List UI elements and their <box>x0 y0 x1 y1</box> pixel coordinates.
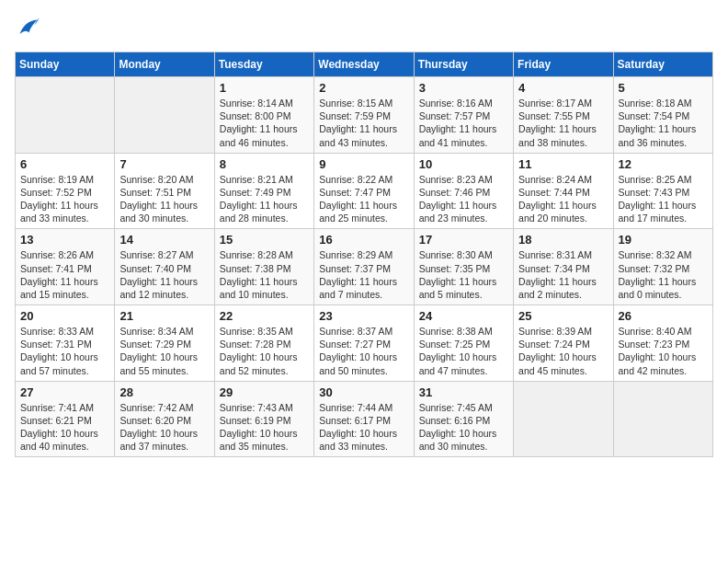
calendar-cell: 14Sunrise: 8:27 AM Sunset: 7:40 PM Dayli… <box>115 229 214 305</box>
day-info: Sunrise: 8:40 AM Sunset: 7:23 PM Dayligh… <box>619 325 708 377</box>
calendar-week-4: 20Sunrise: 8:33 AM Sunset: 7:31 PM Dayli… <box>16 305 713 382</box>
day-info: Sunrise: 8:29 AM Sunset: 7:37 PM Dayligh… <box>319 248 408 301</box>
day-info: Sunrise: 8:33 AM Sunset: 7:31 PM Dayligh… <box>20 325 109 377</box>
calendar-cell: 17Sunrise: 8:30 AM Sunset: 7:35 PM Dayli… <box>414 229 513 305</box>
day-info: Sunrise: 8:27 AM Sunset: 7:40 PM Dayligh… <box>119 248 209 301</box>
day-info: Sunrise: 8:20 AM Sunset: 7:51 PM Dayligh… <box>119 173 209 225</box>
calendar-cell: 9Sunrise: 8:22 AM Sunset: 7:47 PM Daylig… <box>314 153 414 229</box>
calendar-header-monday: Monday <box>115 52 214 77</box>
day-info: Sunrise: 8:18 AM Sunset: 7:54 PM Dayligh… <box>619 97 708 149</box>
day-info: Sunrise: 8:19 AM Sunset: 7:52 PM Dayligh… <box>20 173 109 225</box>
day-number: 20 <box>20 309 109 323</box>
day-number: 23 <box>319 309 408 323</box>
calendar-header-saturday: Saturday <box>613 52 712 77</box>
day-info: Sunrise: 8:28 AM Sunset: 7:38 PM Dayligh… <box>220 248 309 301</box>
calendar-cell: 26Sunrise: 8:40 AM Sunset: 7:23 PM Dayli… <box>613 305 712 382</box>
calendar-cell: 30Sunrise: 7:44 AM Sunset: 6:17 PM Dayli… <box>314 381 414 457</box>
day-number: 5 <box>619 81 708 95</box>
calendar-week-5: 27Sunrise: 7:41 AM Sunset: 6:21 PM Dayli… <box>16 381 713 457</box>
day-number: 18 <box>518 233 608 247</box>
day-number: 16 <box>319 233 408 247</box>
calendar-cell: 22Sunrise: 8:35 AM Sunset: 7:28 PM Dayli… <box>214 305 313 382</box>
day-number: 8 <box>220 157 309 171</box>
calendar-cell: 15Sunrise: 8:28 AM Sunset: 7:38 PM Dayli… <box>214 229 313 305</box>
calendar-cell: 25Sunrise: 8:39 AM Sunset: 7:24 PM Dayli… <box>514 305 613 382</box>
day-number: 29 <box>220 385 309 399</box>
calendar-cell: 4Sunrise: 8:17 AM Sunset: 7:55 PM Daylig… <box>514 77 613 154</box>
day-info: Sunrise: 8:39 AM Sunset: 7:24 PM Dayligh… <box>518 325 608 377</box>
day-info: Sunrise: 8:23 AM Sunset: 7:46 PM Dayligh… <box>419 173 508 225</box>
calendar-cell: 10Sunrise: 8:23 AM Sunset: 7:46 PM Dayli… <box>414 153 513 229</box>
calendar-header-friday: Friday <box>514 52 613 77</box>
calendar-cell: 31Sunrise: 7:45 AM Sunset: 6:16 PM Dayli… <box>414 381 513 457</box>
calendar-cell: 1Sunrise: 8:14 AM Sunset: 8:00 PM Daylig… <box>214 77 313 154</box>
day-number: 1 <box>220 81 309 95</box>
calendar-header-tuesday: Tuesday <box>214 52 313 77</box>
calendar-table: SundayMondayTuesdayWednesdayThursdayFrid… <box>15 52 713 457</box>
calendar-cell: 2Sunrise: 8:15 AM Sunset: 7:59 PM Daylig… <box>314 77 414 154</box>
calendar-cell: 3Sunrise: 8:16 AM Sunset: 7:57 PM Daylig… <box>414 77 513 154</box>
day-number: 27 <box>20 385 109 399</box>
calendar-header-thursday: Thursday <box>414 52 513 77</box>
day-number: 6 <box>20 157 109 171</box>
day-number: 25 <box>518 309 608 323</box>
day-info: Sunrise: 8:15 AM Sunset: 7:59 PM Dayligh… <box>319 97 408 149</box>
day-number: 30 <box>319 385 408 399</box>
calendar-cell: 11Sunrise: 8:24 AM Sunset: 7:44 PM Dayli… <box>514 153 613 229</box>
calendar-cell: 16Sunrise: 8:29 AM Sunset: 7:37 PM Dayli… <box>314 229 414 305</box>
logo <box>15 15 44 40</box>
day-info: Sunrise: 7:44 AM Sunset: 6:17 PM Dayligh… <box>319 401 408 454</box>
calendar-week-3: 13Sunrise: 8:26 AM Sunset: 7:41 PM Dayli… <box>16 229 713 305</box>
calendar-cell: 8Sunrise: 8:21 AM Sunset: 7:49 PM Daylig… <box>214 153 313 229</box>
day-info: Sunrise: 8:37 AM Sunset: 7:27 PM Dayligh… <box>319 325 408 377</box>
day-info: Sunrise: 7:42 AM Sunset: 6:20 PM Dayligh… <box>119 401 209 454</box>
day-number: 9 <box>319 157 408 171</box>
day-number: 26 <box>619 309 708 323</box>
calendar-body: 1Sunrise: 8:14 AM Sunset: 8:00 PM Daylig… <box>16 77 713 457</box>
day-info: Sunrise: 7:41 AM Sunset: 6:21 PM Dayligh… <box>20 401 109 454</box>
day-info: Sunrise: 7:43 AM Sunset: 6:19 PM Dayligh… <box>220 401 309 454</box>
calendar-header-sunday: Sunday <box>16 52 115 77</box>
day-number: 10 <box>419 157 508 171</box>
calendar-header-row: SundayMondayTuesdayWednesdayThursdayFrid… <box>16 52 713 77</box>
calendar-cell: 24Sunrise: 8:38 AM Sunset: 7:25 PM Dayli… <box>414 305 513 382</box>
day-info: Sunrise: 8:32 AM Sunset: 7:32 PM Dayligh… <box>619 248 708 301</box>
day-info: Sunrise: 8:34 AM Sunset: 7:29 PM Dayligh… <box>119 325 209 377</box>
calendar-cell <box>514 381 613 457</box>
day-number: 22 <box>220 309 309 323</box>
day-number: 12 <box>619 157 708 171</box>
calendar-cell: 12Sunrise: 8:25 AM Sunset: 7:43 PM Dayli… <box>613 153 712 229</box>
day-info: Sunrise: 8:26 AM Sunset: 7:41 PM Dayligh… <box>20 248 109 301</box>
day-info: Sunrise: 8:21 AM Sunset: 7:49 PM Dayligh… <box>220 173 309 225</box>
calendar-cell: 21Sunrise: 8:34 AM Sunset: 7:29 PM Dayli… <box>115 305 214 382</box>
day-info: Sunrise: 8:17 AM Sunset: 7:55 PM Dayligh… <box>518 97 608 149</box>
day-number: 13 <box>20 233 109 247</box>
calendar-cell: 20Sunrise: 8:33 AM Sunset: 7:31 PM Dayli… <box>16 305 115 382</box>
day-number: 15 <box>220 233 309 247</box>
logo-bird-icon <box>15 15 40 40</box>
calendar-cell: 23Sunrise: 8:37 AM Sunset: 7:27 PM Dayli… <box>314 305 414 382</box>
calendar-cell <box>613 381 712 457</box>
calendar-week-2: 6Sunrise: 8:19 AM Sunset: 7:52 PM Daylig… <box>16 153 713 229</box>
calendar-cell: 5Sunrise: 8:18 AM Sunset: 7:54 PM Daylig… <box>613 77 712 154</box>
day-number: 7 <box>119 157 209 171</box>
calendar-week-1: 1Sunrise: 8:14 AM Sunset: 8:00 PM Daylig… <box>16 77 713 154</box>
day-number: 3 <box>419 81 508 95</box>
day-info: Sunrise: 8:24 AM Sunset: 7:44 PM Dayligh… <box>518 173 608 225</box>
calendar-cell <box>16 77 115 154</box>
day-info: Sunrise: 8:14 AM Sunset: 8:00 PM Dayligh… <box>220 97 309 149</box>
calendar-cell: 27Sunrise: 7:41 AM Sunset: 6:21 PM Dayli… <box>16 381 115 457</box>
day-info: Sunrise: 8:38 AM Sunset: 7:25 PM Dayligh… <box>419 325 508 377</box>
day-number: 21 <box>119 309 209 323</box>
day-number: 24 <box>419 309 508 323</box>
calendar-cell: 19Sunrise: 8:32 AM Sunset: 7:32 PM Dayli… <box>613 229 712 305</box>
page-header <box>15 15 713 40</box>
day-number: 2 <box>319 81 408 95</box>
day-number: 28 <box>119 385 209 399</box>
day-info: Sunrise: 8:16 AM Sunset: 7:57 PM Dayligh… <box>419 97 508 149</box>
calendar-header-wednesday: Wednesday <box>314 52 414 77</box>
calendar-cell: 29Sunrise: 7:43 AM Sunset: 6:19 PM Dayli… <box>214 381 313 457</box>
calendar-cell: 7Sunrise: 8:20 AM Sunset: 7:51 PM Daylig… <box>115 153 214 229</box>
day-info: Sunrise: 8:31 AM Sunset: 7:34 PM Dayligh… <box>518 248 608 301</box>
day-number: 14 <box>119 233 209 247</box>
